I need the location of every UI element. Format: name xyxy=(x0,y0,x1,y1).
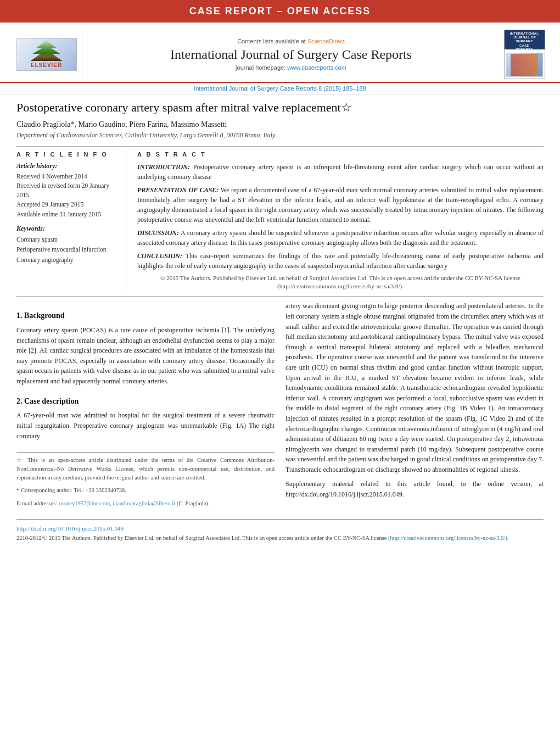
case-report-banner: CASE REPORT – OPEN ACCESS xyxy=(0,0,560,23)
elsevier-logo-area: ELSEVIER xyxy=(11,27,82,82)
elsevier-wordmark: ELSEVIER xyxy=(31,62,62,68)
keywords-section: Keywords: Coronary spasm Perioperative m… xyxy=(16,225,117,265)
keyword-2: Perioperative myocardial infarction xyxy=(16,244,117,254)
journal-title: International Journal of Surgery Case Re… xyxy=(170,47,412,63)
body-right-column: artery was dominant giving origin to lar… xyxy=(285,301,544,512)
bottom-section: http://dx.doi.org/10.1016/j.ijscr.2015.0… xyxy=(16,519,544,543)
article-info-label: A R T I C L E I N F O xyxy=(16,151,117,158)
email-line: E-mail addresses: rooney1957@me.com, cla… xyxy=(16,499,275,508)
sciencedirect-link[interactable]: ScienceDirect xyxy=(307,38,345,44)
article-info-abstract-section: A R T I C L E I N F O Article history: R… xyxy=(16,151,544,291)
main-content: Postoperative coronary artery spasm afte… xyxy=(0,94,560,548)
divider-2 xyxy=(16,296,544,297)
journal-logo-area: INTERNATIONALJOURNAL OFSURGERYCASEREPORT… xyxy=(500,27,549,82)
section-1-heading: 1. Background xyxy=(16,310,275,322)
article-title: Postoperative coronary artery spasm afte… xyxy=(16,100,544,116)
keyword-1: Coronary spasm xyxy=(16,235,117,244)
journal-logo-box: INTERNATIONALJOURNAL OFSURGERYCASEREPORT… xyxy=(504,30,545,79)
received-date: Received 4 November 2014 xyxy=(16,172,117,181)
abstract-column: A B S T R A C T INTRODUCTION: Postoperat… xyxy=(137,151,544,291)
authors-line: Claudio Pragliola*, Mario Gaudino, Piero… xyxy=(16,120,544,129)
doi-bottom[interactable]: http://dx.doi.org/10.1016/j.ijscr.2015.0… xyxy=(16,524,544,533)
body-text-section: 1. Background Coronary artery spasm (POC… xyxy=(16,301,544,512)
abstract-label: A B S T R A C T xyxy=(137,151,544,158)
journal-header: ELSEVIER Contents lists available at Sci… xyxy=(0,23,560,83)
keywords-label: Keywords: xyxy=(16,225,117,233)
section-2-text3: Supplementary material related to this a… xyxy=(285,479,544,499)
section-2-text1: A 67-year-old man was admitted to hospit… xyxy=(16,410,275,441)
journal-center-info: Contents lists available at ScienceDirec… xyxy=(82,27,500,82)
email-2[interactable]: claudio.pragliola@libero.it xyxy=(113,500,175,506)
abstract-presentation: PRESENTATION OF CASE: We report a docume… xyxy=(137,185,544,225)
history-label: Article history: xyxy=(16,162,117,170)
doi-header-line: International Journal of Surgery Case Re… xyxy=(0,83,560,94)
keyword-3: Coronary angiography xyxy=(16,255,117,265)
section-1-text: Coronary artery spasm (POCAS) is a rare … xyxy=(16,325,275,387)
license-url[interactable]: (http://creativecommons.org/licenses/by-… xyxy=(388,535,508,541)
star-footnote: ☆ This is an open-access article distrib… xyxy=(16,456,275,482)
divider-1 xyxy=(16,146,544,147)
contents-available-line: Contents lists available at ScienceDirec… xyxy=(237,38,345,44)
elsevier-logo: ELSEVIER xyxy=(16,38,77,71)
abstract-introduction: INTRODUCTION: Postoperative coronary art… xyxy=(137,162,544,182)
open-access-note: © 2015 The Authors. Published by Elsevie… xyxy=(137,274,544,291)
journal-logo-title: INTERNATIONALJOURNAL OFSURGERYCASEREPORT… xyxy=(510,32,539,52)
article-history: Article history: Received 4 November 201… xyxy=(16,162,117,219)
email-1[interactable]: rooney1957@me.com xyxy=(59,500,110,506)
journal-homepage-url[interactable]: www.casereports.com xyxy=(287,64,346,71)
license-line: 2210-2612/© 2015 The Authors. Published … xyxy=(16,534,544,543)
revised-date: Received in revised form 20 January 2015 xyxy=(16,181,117,200)
available-date: Available online 31 January 2015 xyxy=(16,210,117,219)
section-2-heading: 2. Case description xyxy=(16,395,275,408)
abstract-conclusion: CONCLUSION: This case-report summarizes … xyxy=(137,251,544,271)
abstract-discussion: DISCUSSION: A coronary artery spasm shou… xyxy=(137,228,544,248)
article-info-column: A R T I C L E I N F O Article history: R… xyxy=(16,151,126,291)
section-2-text2: artery was dominant giving origin to lar… xyxy=(285,301,544,475)
footnote-area: ☆ This is an open-access article distrib… xyxy=(16,452,275,508)
elsevier-tree-icon xyxy=(22,41,71,61)
journal-homepage-line: journal homepage: www.casereports.com xyxy=(236,64,346,71)
corresponding-author: * Corresponding author. Tel.: +39 339234… xyxy=(16,486,275,495)
body-left-column: 1. Background Coronary artery spasm (POC… xyxy=(16,301,275,512)
affiliation-line: Department of Cardiovascular Sciences, C… xyxy=(16,131,544,140)
accepted-date: Accepted 29 January 2015 xyxy=(16,200,117,209)
journal-logo-image xyxy=(506,53,543,77)
abstract-text: INTRODUCTION: Postoperative coronary art… xyxy=(137,162,544,291)
